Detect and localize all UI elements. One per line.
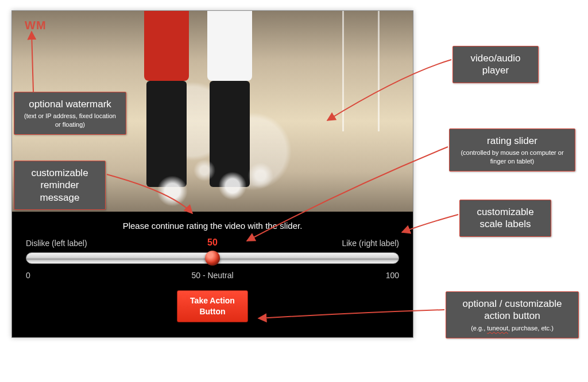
callout-scale: customizable scale labels — [459, 200, 551, 237]
scale-min-label: 0 — [26, 271, 30, 280]
callout-sub: (text or IP address, fixed location or f… — [22, 112, 118, 128]
callout-sub: (controlled by mouse on computer or fing… — [458, 149, 567, 165]
callout-title: optional watermark — [22, 98, 118, 110]
callout-action: optional / customizable action button (e… — [446, 291, 579, 338]
scale-left-label: Dislike (left label) — [26, 239, 87, 248]
scale-right-label: Like (right label) — [342, 239, 399, 248]
scale-bottom-row: 0 50 - Neutral 100 — [26, 268, 399, 280]
callout-player: video/audio player — [452, 46, 539, 83]
slider-thumb[interactable] — [205, 251, 220, 266]
watermark-text: WM — [25, 19, 47, 32]
callout-title: customizable reminder message — [22, 167, 97, 204]
callout-title: rating slider — [458, 135, 567, 147]
scale-top-row: Dislike (left label) 50 Like (right labe… — [26, 236, 399, 249]
action-row: Take Action Button — [26, 280, 399, 326]
callout-slider: rating slider (controlled by mouse on co… — [449, 128, 575, 171]
take-action-button[interactable]: Take Action Button — [177, 290, 248, 322]
callout-title: video/audio player — [461, 52, 530, 77]
callout-watermark: optional watermark (text or IP address, … — [14, 92, 126, 135]
controls-panel: Please continue rating the video with th… — [12, 212, 413, 337]
callout-title: optional / customizable action button — [454, 298, 570, 322]
reminder-message: Please continue rating the video with th… — [26, 217, 399, 236]
scale-current-value: 50 — [207, 237, 218, 248]
scale-max-label: 100 — [386, 271, 399, 280]
rating-slider[interactable] — [26, 252, 399, 264]
scale-mid-label: 50 - Neutral — [191, 271, 233, 280]
callout-title: customizable scale labels — [468, 206, 543, 231]
callout-sub: (e.g., tuneout, purchase, etc.) — [454, 324, 570, 332]
callout-reminder: customizable reminder message — [14, 161, 106, 210]
